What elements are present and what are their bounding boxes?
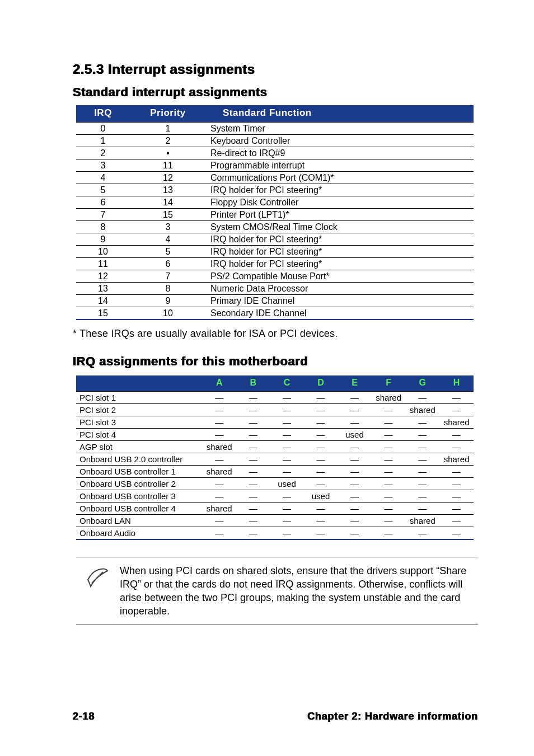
cell-function: System CMOS/Real Time Clock <box>206 221 474 233</box>
cell-value: — <box>439 392 474 404</box>
table-row: 105IRQ holder for PCI steering* <box>76 246 474 258</box>
cell-function: System Timer <box>206 123 474 135</box>
cell-function: IRQ holder for PCI steering* <box>206 233 474 246</box>
cell-label: Onboard LAN <box>76 515 202 527</box>
cell-value: — <box>202 515 236 527</box>
table-row: Onboard LAN——————shared— <box>76 515 474 527</box>
cell-irq: 1 <box>76 135 130 147</box>
cell-value: — <box>236 404 270 416</box>
cell-value: — <box>202 490 236 503</box>
cell-function: Keyboard Controller <box>206 135 474 147</box>
note-text: When using PCI cards on shared slots, en… <box>120 564 474 618</box>
table-row: 412Communications Port (COM1)* <box>76 172 474 184</box>
table-irq-motherboard: ABCDEFGH PCI slot 1—————shared——PCI slot… <box>76 375 474 540</box>
t2-header-g: G <box>405 375 439 392</box>
table-row: 01System Timer <box>76 123 474 135</box>
chapter-title: Chapter 2: Hardware information <box>307 711 478 722</box>
cell-value: — <box>304 478 338 490</box>
cell-value: — <box>270 515 303 527</box>
table-row: 12Keyboard Controller <box>76 135 474 147</box>
cell-label: Onboard Audio <box>76 527 202 539</box>
cell-value: — <box>405 527 439 539</box>
page-footer: 2-18 Chapter 2: Hardware information <box>73 711 478 722</box>
cell-value: — <box>304 503 338 515</box>
sub-heading-2: IRQ assignments for this motherboard <box>73 354 478 369</box>
cell-value: — <box>372 515 406 527</box>
cell-value: — <box>236 466 270 478</box>
table-row: PCI slot 1—————shared—— <box>76 392 474 404</box>
cell-value: — <box>372 503 406 515</box>
cell-irq: 0 <box>76 123 130 135</box>
table-row: 83System CMOS/Real Time Clock <box>76 221 474 233</box>
cell-value: — <box>372 466 406 478</box>
cell-irq: 5 <box>76 184 130 196</box>
t2-header-b: B <box>236 375 270 392</box>
cell-value: — <box>372 416 406 429</box>
cell-value: — <box>202 527 236 539</box>
cell-value: — <box>405 392 439 404</box>
cell-function: IRQ holder for PCI steering* <box>206 246 474 258</box>
cell-value: — <box>405 416 439 429</box>
cell-value: shared <box>202 466 236 478</box>
cell-function: Numeric Data Processor <box>206 283 474 295</box>
sub-heading-1: Standard interrupt assignments <box>73 85 478 100</box>
cell-irq: 4 <box>76 172 130 184</box>
cell-value: — <box>338 466 371 478</box>
cell-value: — <box>439 515 474 527</box>
cell-priority: 3 <box>130 221 206 233</box>
t1-header-function: Standard Function <box>206 105 474 123</box>
table-row: 1510Secondary IDE Channel <box>76 307 474 320</box>
t2-header-blank <box>76 375 202 392</box>
cell-value: — <box>236 490 270 503</box>
cell-value: — <box>338 515 371 527</box>
cell-value: — <box>338 416 371 429</box>
cell-priority: 11 <box>130 159 206 172</box>
cell-value: — <box>236 527 270 539</box>
cell-priority: 14 <box>130 196 206 209</box>
cell-value: — <box>405 453 439 466</box>
cell-irq: 12 <box>76 270 130 283</box>
cell-value: — <box>439 441 474 453</box>
svg-line-0 <box>92 572 103 583</box>
cell-label: PCI slot 2 <box>76 404 202 416</box>
cell-value: — <box>338 490 371 503</box>
table-row: 94IRQ holder for PCI steering* <box>76 233 474 246</box>
table-row: PCI slot 3———————shared <box>76 416 474 429</box>
cell-value: — <box>304 453 338 466</box>
cell-function: PS/2 Compatible Mouse Port* <box>206 270 474 283</box>
cell-value: — <box>304 429 338 441</box>
cell-value: — <box>304 515 338 527</box>
cell-value: — <box>270 490 303 503</box>
cell-value: — <box>439 429 474 441</box>
cell-value: — <box>236 503 270 515</box>
table-row: 116IRQ holder for PCI steering* <box>76 258 474 270</box>
table-row: AGP slotshared——————— <box>76 441 474 453</box>
cell-function: Floppy Disk Controller <box>206 196 474 209</box>
cell-value: — <box>236 392 270 404</box>
cell-value: — <box>405 503 439 515</box>
cell-value: — <box>304 404 338 416</box>
cell-irq: 9 <box>76 233 130 246</box>
page-body: 2.5.3 Interrupt assignments Standard int… <box>0 0 534 625</box>
t2-header-e: E <box>338 375 371 392</box>
cell-value: — <box>405 429 439 441</box>
cell-value: — <box>236 453 270 466</box>
cell-priority: 12 <box>130 172 206 184</box>
cell-value: — <box>270 392 303 404</box>
cell-value: — <box>338 478 371 490</box>
cell-function: Printer Port (LPT1)* <box>206 209 474 221</box>
cell-irq: 3 <box>76 159 130 172</box>
cell-value: — <box>270 453 303 466</box>
t2-header-h: H <box>439 375 474 392</box>
cell-value: — <box>372 527 406 539</box>
t1-header-priority: Priority <box>130 105 206 123</box>
cell-value: — <box>236 416 270 429</box>
cell-value: — <box>236 515 270 527</box>
cell-value: — <box>202 392 236 404</box>
cell-value: — <box>439 503 474 515</box>
cell-value: — <box>304 416 338 429</box>
t2-header-a: A <box>202 375 236 392</box>
cell-irq: 2 <box>76 147 130 159</box>
cell-value: — <box>338 527 371 539</box>
pencil-note-icon <box>76 564 120 590</box>
